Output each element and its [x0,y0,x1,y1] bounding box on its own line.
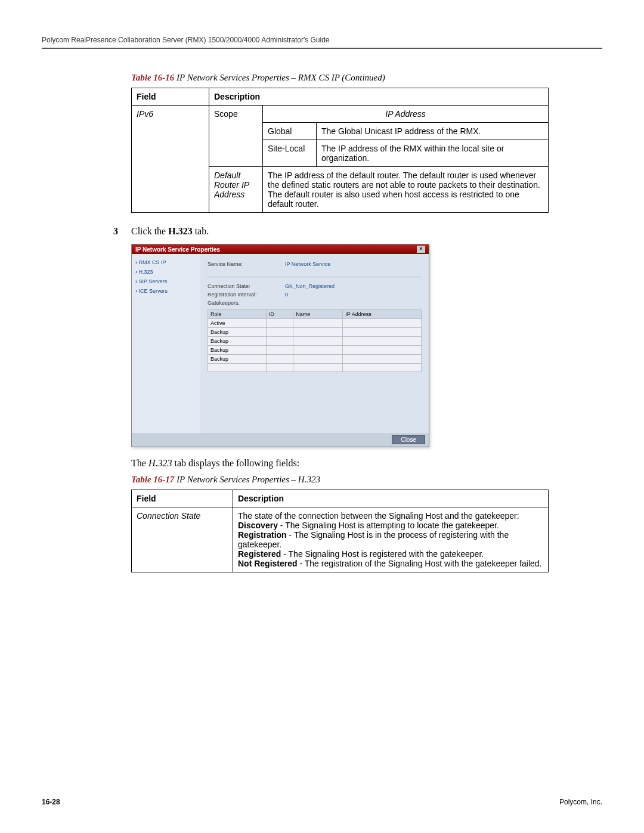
gk-row[interactable]: Backup [208,337,422,346]
step-number: 3 [113,226,131,237]
gk-row[interactable]: Active [208,319,422,328]
gk-col-role: Role [208,310,267,319]
col-description: Description [233,490,549,507]
page-number: 16-28 [42,798,60,806]
company-name: Polycom, Inc. [559,798,602,806]
cell-site-local-desc: The IP address of the RMX within the loc… [317,140,549,167]
col-field: Field [132,490,233,507]
gk-row[interactable]: Backup [208,328,422,337]
cell-global: Global [263,123,317,140]
dialog-titlebar: IP Network Service Properties × [132,244,429,254]
page-footer: 16-28 Polycom, Inc. [42,798,602,806]
cell-default-router-desc: The IP address of the default router. Th… [263,167,549,213]
registration-interval-value: 0 [285,292,288,298]
cell-ipv6: IPv6 [132,106,209,213]
service-name-value: IP Network Service [285,261,330,267]
dialog-main: Service Name: IP Network Service Connect… [200,254,429,433]
gk-row[interactable] [208,364,422,372]
gatekeepers-label: Gatekeepers: [208,300,285,306]
cell-scope: Scope [209,106,263,167]
close-icon[interactable]: × [417,246,425,253]
table-16-16-caption: Table 16-16 IP Network Services Properti… [131,73,602,83]
cell-connection-state: Connection State [132,507,233,572]
cell-site-local: Site-Local [263,140,317,167]
connection-state-label: Connection State: [208,283,285,289]
table-16-17: Field Description Connection State The s… [131,490,549,572]
cell-ip-address-header: IP Address [263,106,549,123]
close-button[interactable]: Close [392,435,425,444]
gk-col-name: Name [293,310,343,319]
dialog-title-text: IP Network Service Properties [135,246,220,253]
dialog-footer: Close [132,433,429,447]
table-16-17-caption: Table 16-17 IP Network Services Properti… [131,475,602,485]
gk-row[interactable]: Backup [208,355,422,364]
dialog-nav: RMX CS IP H.323 SIP Servers ICE Servers [132,254,200,433]
col-description: Description [209,88,549,106]
connection-state-value: GK_Non_Registered [285,283,335,289]
col-field: Field [132,88,209,106]
nav-rmx-cs-ip[interactable]: RMX CS IP [134,258,198,267]
gatekeepers-table: Role ID Name IP Address Active Backup Ba… [208,309,422,372]
nav-h323[interactable]: H.323 [134,267,198,277]
body-text-h323-fields: The H.323 tab displays the following fie… [131,458,602,469]
cell-default-router: Default Router IP Address [209,167,263,213]
table-16-16: Field Description IPv6 Scope IP Address … [131,88,549,213]
gk-col-id: ID [267,310,293,319]
cell-global-desc: The Global Unicast IP address of the RMX… [317,123,549,140]
nav-ice-servers[interactable]: ICE Servers [134,286,198,296]
gk-row[interactable]: Backup [208,346,422,355]
nav-sip-servers[interactable]: SIP Servers [134,277,198,286]
gk-col-ip: IP Address [343,310,422,319]
service-name-label: Service Name: [208,261,285,267]
running-header: Polycom RealPresence Collaboration Serve… [42,36,602,49]
registration-interval-label: Registration Interval: [208,292,285,298]
step-3: 3 Click the H.323 tab. [131,226,602,237]
cell-connection-state-desc: The state of the connection between the … [233,507,549,572]
dialog-ip-network-service-properties: IP Network Service Properties × RMX CS I… [131,244,429,447]
